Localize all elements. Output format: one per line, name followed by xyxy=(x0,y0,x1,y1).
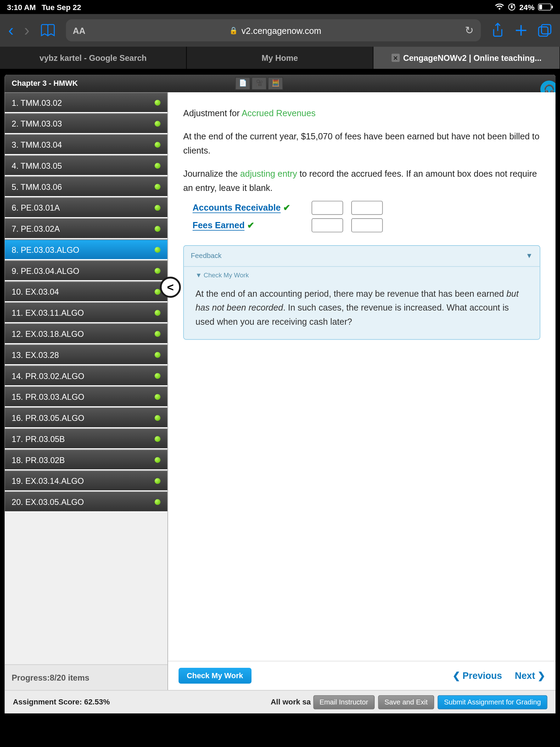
address-bar[interactable]: AA 🔒 v2.cengagenow.com ↻ xyxy=(66,19,481,42)
status-dot-icon xyxy=(155,225,160,231)
check-my-work-button[interactable]: Check My Work xyxy=(179,668,251,684)
status-dot-icon xyxy=(155,352,160,358)
save-status: All work sa xyxy=(271,698,311,706)
content-pane: Adjustment for Accrued Revenues At the e… xyxy=(168,92,556,690)
feedback-subhead: Check My Work xyxy=(204,271,249,278)
progress-text: Progress:8/20 items xyxy=(5,664,168,690)
svg-rect-6 xyxy=(541,25,551,34)
feedback-title: Feedback xyxy=(191,250,222,261)
bookmarks-icon[interactable] xyxy=(40,24,55,37)
sidebar-item-14[interactable]: 14. PR.03.02.ALGO xyxy=(5,366,168,387)
status-dot-icon xyxy=(155,478,160,484)
sidebar-item-label: 5. TMM.03.06 xyxy=(12,182,62,191)
close-tab-icon[interactable]: ✕ xyxy=(391,54,400,62)
sidebar-item-label: 2. TMM.03.03 xyxy=(12,119,62,128)
sidebar-item-9[interactable]: 9. PE.03.04.ALGO xyxy=(5,260,168,282)
status-dot-icon xyxy=(155,184,160,190)
assignment-score: Assignment Score: 62.53% xyxy=(13,698,110,706)
sidebar-item-10[interactable]: 10. EX.03.04 xyxy=(5,282,168,303)
sidebar-item-15[interactable]: 15. PR.03.03.ALGO xyxy=(5,386,168,407)
svg-rect-5 xyxy=(539,27,548,36)
status-dot-icon xyxy=(155,247,160,252)
status-dot-icon xyxy=(155,141,160,147)
sidebar-item-label: 18. PR.03.02B xyxy=(12,455,65,464)
next-button[interactable]: Next ❯ xyxy=(515,670,545,681)
question-para-1: At the end of the current year, $15,070 … xyxy=(183,130,540,158)
reload-button[interactable]: ↻ xyxy=(465,24,474,37)
status-dot-icon xyxy=(155,163,160,168)
question-title: Adjustment for Accrued Revenues xyxy=(183,106,540,120)
sidebar-item-8[interactable]: 8. PE.03.03.ALGO xyxy=(5,239,168,260)
svg-rect-4 xyxy=(552,6,553,8)
lock-icon: 🔒 xyxy=(229,26,238,35)
url-text: v2.cengagenow.com xyxy=(241,25,321,35)
sidebar-item-label: 6. PE.03.01A xyxy=(12,203,60,212)
sidebar-item-17[interactable]: 17. PR.03.05B xyxy=(5,428,168,450)
ebook-icon[interactable]: 📄 xyxy=(235,77,251,90)
sidebar-item-label: 14. PR.03.02.ALGO xyxy=(12,371,84,380)
share-button[interactable] xyxy=(491,23,504,38)
tab-cengagenow[interactable]: ✕ CengageNOWv2 | Online teaching... xyxy=(373,47,560,69)
sidebar-item-label: 13. EX.03.28 xyxy=(12,350,59,359)
sidebar-item-1[interactable]: 1. TMM.03.02 xyxy=(5,92,168,113)
tabs-button[interactable] xyxy=(538,24,552,37)
sidebar-item-7[interactable]: 7. PE.03.02A xyxy=(5,218,168,239)
wifi-icon xyxy=(495,3,504,10)
accrued-revenues-link[interactable]: Accrued Revenues xyxy=(242,108,316,118)
sidebar-item-2[interactable]: 2. TMM.03.03 xyxy=(5,113,168,134)
sidebar-item-label: 1. TMM.03.02 xyxy=(12,98,62,107)
account-row-2[interactable]: Fees Earned ✔ xyxy=(193,218,304,232)
sidebar-item-4[interactable]: 4. TMM.03.05 xyxy=(5,155,168,176)
sidebar-item-11[interactable]: 11. EX.03.11.ALGO xyxy=(5,302,168,323)
debit-input-1[interactable] xyxy=(311,201,343,215)
sidebar-item-18[interactable]: 18. PR.03.02B xyxy=(5,450,168,471)
email-instructor-button[interactable]: Email Instructor xyxy=(313,695,375,709)
feedback-collapse-icon[interactable]: ▼ xyxy=(526,250,533,261)
adjusting-entry-link[interactable]: adjusting entry xyxy=(240,169,297,179)
sidebar-item-label: 9. PE.03.04.ALGO xyxy=(12,266,80,275)
feedback-body: At the end of an accounting period, ther… xyxy=(184,282,540,339)
tab-google-search[interactable]: vybz kartel - Google Search xyxy=(0,47,187,69)
sidebar-item-20[interactable]: 20. EX.03.05.ALGO xyxy=(5,491,168,513)
assignment-title: Chapter 3 - HMWK xyxy=(12,79,78,87)
sidebar-item-13[interactable]: 13. EX.03.28 xyxy=(5,344,168,366)
question-sidebar: 1. TMM.03.022. TMM.03.033. TMM.03.044. T… xyxy=(5,92,168,690)
sidebar-item-12[interactable]: 12. EX.03.18.ALGO xyxy=(5,323,168,344)
video-icon[interactable]: 🎥 xyxy=(252,77,267,90)
tab-my-home[interactable]: My Home xyxy=(187,47,373,69)
check-icon: ✔ xyxy=(283,203,291,213)
calculator-icon[interactable]: 🧮 xyxy=(268,77,283,90)
sidebar-item-16[interactable]: 16. PR.03.05.ALGO xyxy=(5,407,168,428)
text-size-button[interactable]: AA xyxy=(73,25,85,35)
sidebar-item-5[interactable]: 5. TMM.03.06 xyxy=(5,176,168,197)
account-row-1[interactable]: Accounts Receivable ✔ xyxy=(193,201,304,215)
check-icon: ✔ xyxy=(247,220,255,230)
sidebar-item-label: 15. PR.03.03.ALGO xyxy=(12,392,84,401)
credit-input-2[interactable] xyxy=(351,218,383,232)
sidebar-item-19[interactable]: 19. EX.03.14.ALGO xyxy=(5,471,168,492)
credit-input-1[interactable] xyxy=(351,201,383,215)
battery-icon xyxy=(538,3,553,10)
back-button[interactable]: ‹ xyxy=(8,21,14,40)
sidebar-item-6[interactable]: 6. PE.03.01A xyxy=(5,197,168,219)
previous-button[interactable]: ❮ Previous xyxy=(452,670,502,681)
feedback-caret-icon[interactable]: ▼ xyxy=(195,271,204,278)
submit-assignment-button[interactable]: Submit Assignment for Grading xyxy=(438,695,547,709)
new-tab-button[interactable] xyxy=(515,24,528,37)
sidebar-item-label: 3. TMM.03.04 xyxy=(12,140,62,149)
status-dot-icon xyxy=(155,121,160,127)
save-and-exit-button[interactable]: Save and Exit xyxy=(378,695,434,709)
collapse-sidebar-button[interactable]: < xyxy=(160,277,181,298)
sidebar-item-3[interactable]: 3. TMM.03.04 xyxy=(5,134,168,155)
status-dot-icon xyxy=(155,331,160,336)
sidebar-item-label: 10. EX.03.04 xyxy=(12,287,59,296)
svg-rect-1 xyxy=(511,6,513,8)
status-dot-icon xyxy=(155,499,160,505)
forward-button: › xyxy=(24,21,30,40)
status-dot-icon xyxy=(155,289,160,295)
sidebar-item-label: 4. TMM.03.05 xyxy=(12,161,62,170)
debit-input-2[interactable] xyxy=(311,218,343,232)
sidebar-item-label: 8. PE.03.03.ALGO xyxy=(12,245,80,254)
sidebar-item-label: 11. EX.03.11.ALGO xyxy=(12,308,84,317)
sidebar-item-label: 17. PR.03.05B xyxy=(12,434,65,443)
